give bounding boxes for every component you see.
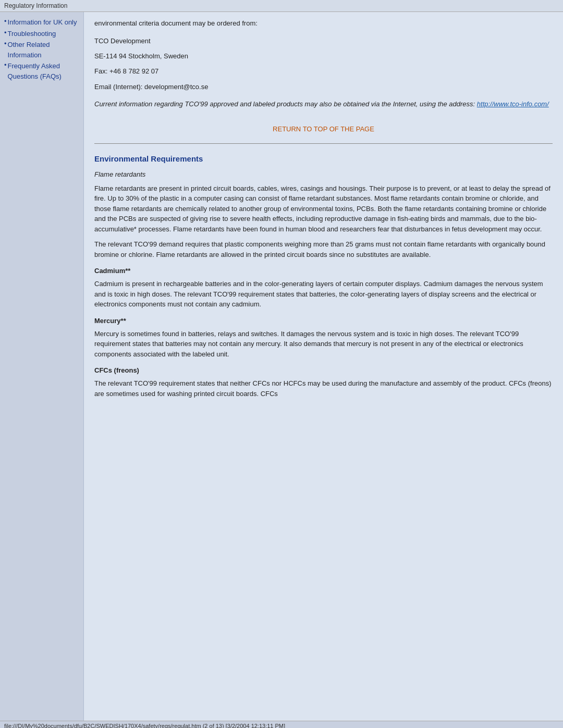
flame-retardants-p1: Flame retardants are present in printed …	[94, 183, 553, 235]
intro-text: environmental criteria document may be o…	[94, 18, 553, 29]
cfcs-title: CFCs (freons)	[94, 366, 553, 374]
bullet-icon: •	[4, 29, 7, 36]
sidebar-item-other-related[interactable]: • Other Related Information	[4, 40, 79, 61]
sidebar-link-other-related[interactable]: Other Related Information	[8, 40, 79, 60]
env-requirements-section: Environmental Requirements Flame retarda…	[94, 154, 553, 399]
sidebar-item-troubleshooting[interactable]: • Troubleshooting	[4, 29, 79, 40]
tco-fax: Fax: +46 8 782 92 07	[94, 65, 553, 77]
section-divider	[94, 143, 553, 144]
tco-address-block: TCO Development SE-114 94 Stockholm, Swe…	[94, 35, 553, 93]
flame-retardants-title: Flame retardants	[94, 170, 553, 178]
main-container: • Information for UK only • Troubleshoot…	[0, 12, 563, 721]
content-area: environmental criteria document may be o…	[83, 12, 563, 721]
cadmium-text: Cadmium is present in rechargeable batte…	[94, 279, 553, 310]
sidebar: • Information for UK only • Troubleshoot…	[0, 12, 83, 721]
mercury-title: Mercury**	[94, 317, 553, 325]
bullet-icon: •	[4, 61, 7, 69]
sidebar-link-faqs[interactable]: Frequently Asked Questions (FAQs)	[8, 61, 79, 81]
sidebar-link-uk[interactable]: Information for UK only	[8, 17, 77, 28]
status-bar: file:///D|/My%20documents/dfu/B2C/SWEDIS…	[0, 721, 563, 728]
return-to-top-link[interactable]: RETURN TO TOP OF THE PAGE	[273, 125, 374, 133]
sidebar-item-faqs[interactable]: • Frequently Asked Questions (FAQs)	[4, 61, 79, 82]
title-bar-text: Regulatory Information	[4, 2, 67, 9]
italic-note-text: Current information regarding TCO'99 app…	[94, 100, 477, 108]
tco-url-link[interactable]: http://www.tco-info.com/	[477, 100, 549, 108]
sidebar-link-troubleshooting[interactable]: Troubleshooting	[8, 29, 56, 39]
tco-email: Email (Internet): development@tco.se	[94, 81, 553, 93]
mercury-text: Mercury is sometimes found in batteries,…	[94, 329, 553, 360]
flame-retardants-p2: The relevant TCO'99 demand requires that…	[94, 239, 553, 260]
bullet-icon: •	[4, 17, 7, 25]
cadmium-title: Cadmium**	[94, 267, 553, 275]
status-bar-text: file:///D|/My%20documents/dfu/B2C/SWEDIS…	[4, 723, 285, 728]
bullet-icon: •	[4, 40, 7, 47]
italic-note: Current information regarding TCO'99 app…	[94, 99, 553, 109]
env-req-title: Environmental Requirements	[94, 154, 553, 163]
return-to-top-section: RETURN TO TOP OF THE PAGE	[94, 125, 553, 133]
tco-name: TCO Development	[94, 35, 553, 47]
sidebar-item-uk[interactable]: • Information for UK only	[4, 17, 79, 29]
title-bar: Regulatory Information	[0, 0, 563, 12]
tco-address: SE-114 94 Stockholm, Sweden	[94, 50, 553, 62]
cfcs-text: The relevant TCO'99 requirement states t…	[94, 378, 553, 399]
